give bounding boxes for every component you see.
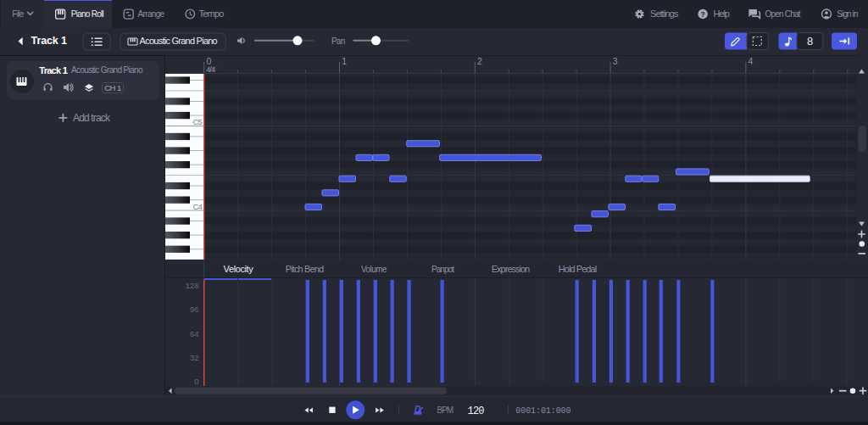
svg-text:Piano Roll: Piano Roll bbox=[71, 9, 104, 19]
svg-text:120: 120 bbox=[468, 405, 485, 417]
svg-text:Tempo: Tempo bbox=[198, 8, 224, 19]
svg-text:Panpot: Panpot bbox=[431, 265, 454, 274]
svg-text:CH 1: CH 1 bbox=[104, 83, 121, 92]
svg-text:0: 0 bbox=[206, 56, 211, 66]
svg-text:Acoustic Grand Piano: Acoustic Grand Piano bbox=[71, 65, 143, 75]
svg-text:Velocity: Velocity bbox=[224, 264, 254, 274]
svg-text:0001:01:000: 0001:01:000 bbox=[515, 406, 570, 416]
svg-text:128: 128 bbox=[186, 281, 199, 290]
svg-text:Volume: Volume bbox=[361, 265, 387, 274]
svg-text:3: 3 bbox=[613, 56, 618, 66]
svg-text:File: File bbox=[12, 9, 24, 19]
svg-text:64: 64 bbox=[190, 329, 199, 338]
svg-text:Arrange: Arrange bbox=[138, 9, 165, 19]
svg-text:4/4: 4/4 bbox=[207, 65, 216, 74]
svg-text:C5: C5 bbox=[192, 117, 202, 126]
svg-text:Settings: Settings bbox=[650, 8, 679, 19]
svg-text:2: 2 bbox=[477, 56, 482, 66]
svg-text:C4: C4 bbox=[192, 202, 202, 211]
svg-text:BPM: BPM bbox=[437, 405, 453, 415]
svg-text:Open Chat: Open Chat bbox=[765, 9, 801, 19]
svg-text:Sign in: Sign in bbox=[837, 9, 858, 19]
svg-text:Pan: Pan bbox=[331, 36, 345, 46]
svg-text:0: 0 bbox=[194, 377, 198, 386]
svg-text:Track 1: Track 1 bbox=[31, 35, 67, 47]
svg-text:Track 1: Track 1 bbox=[39, 65, 67, 75]
svg-text:Help: Help bbox=[714, 8, 730, 19]
svg-text:32: 32 bbox=[190, 353, 199, 362]
svg-text:Hold Pedal: Hold Pedal bbox=[559, 264, 597, 274]
svg-text:?: ? bbox=[701, 10, 705, 19]
svg-text:4: 4 bbox=[748, 56, 754, 66]
svg-text:96: 96 bbox=[190, 305, 199, 314]
svg-text:Pitch Bend: Pitch Bend bbox=[286, 264, 324, 274]
svg-text:Expression: Expression bbox=[492, 264, 530, 274]
svg-text:8: 8 bbox=[807, 35, 813, 48]
svg-text:Acoustic Grand Piano: Acoustic Grand Piano bbox=[140, 36, 218, 46]
svg-text:1: 1 bbox=[342, 56, 347, 66]
svg-text:Add track: Add track bbox=[73, 112, 111, 124]
